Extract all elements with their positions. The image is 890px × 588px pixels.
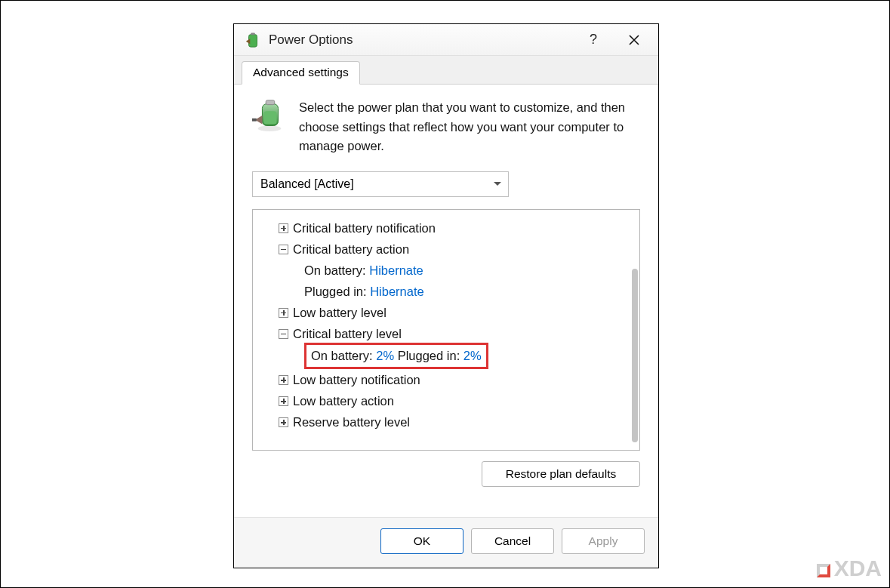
scrollbar-thumb[interactable] [632,269,638,442]
apply-button: Apply [562,528,645,554]
tree-node-critical-battery-notification[interactable]: Critical battery notification [279,217,636,239]
dialog-body: Select the power plan that you want to c… [234,85,658,517]
window-title: Power Options [269,32,569,48]
titlebar: Power Options ? [234,24,658,56]
plan-select-wrap: Balanced [Active] [252,171,509,197]
setting-plugged-in[interactable]: Plugged in2% [398,349,482,362]
xda-logo-icon [817,564,830,577]
svg-rect-1 [251,32,255,35]
help-button[interactable]: ? [577,26,610,54]
close-icon [629,35,639,45]
expand-icon[interactable] [279,396,288,406]
ok-button[interactable]: OK [380,528,463,554]
highlighted-settings: On battery2% Plugged in2% [304,343,488,369]
battery-plug-icon [252,98,287,156]
dialog-footer: OK Cancel Apply [234,517,658,568]
collapse-icon[interactable] [279,329,288,339]
intro-text: Select the power plan that you want to c… [299,98,640,156]
tree-node-reserve-battery-level[interactable]: Reserve battery level [279,411,636,433]
cancel-button[interactable]: Cancel [471,528,554,554]
battery-icon [245,32,261,48]
tree-node-low-battery-level[interactable]: Low battery level [279,302,636,323]
tree-children: On batteryHibernate Plugged inHibernate [279,260,636,302]
tab-advanced-settings[interactable]: Advanced settings [242,61,360,85]
svg-point-2 [258,125,282,131]
expand-icon[interactable] [279,417,288,427]
tree-children-highlighted: On battery2% Plugged in2% [279,344,636,369]
power-options-dialog: Power Options ? Advanced settings [233,23,659,568]
expand-icon[interactable] [279,375,288,385]
setting-plugged-in[interactable]: Plugged inHibernate [304,285,424,298]
setting-on-battery[interactable]: On battery2% [311,349,398,362]
collapse-icon[interactable] [279,245,288,254]
setting-on-battery[interactable]: On batteryHibernate [304,263,423,277]
settings-tree[interactable]: Critical battery notification Critical b… [252,209,640,451]
restore-row: Restore plan defaults [252,451,640,497]
power-plan-select[interactable]: Balanced [Active] [252,171,509,197]
restore-plan-defaults-button[interactable]: Restore plan defaults [482,461,640,487]
svg-rect-4 [266,100,275,105]
tree-node-low-battery-notification[interactable]: Low battery notification [279,369,636,390]
expand-icon[interactable] [279,308,288,318]
expand-icon[interactable] [279,223,288,233]
svg-rect-6 [252,119,257,122]
svg-rect-5 [263,111,276,124]
close-button[interactable] [617,26,651,54]
tab-strip: Advanced settings [234,56,658,85]
tree-node-critical-battery-action[interactable]: Critical battery action [279,239,636,260]
tree-node-low-battery-action[interactable]: Low battery action [279,390,636,411]
intro-row: Select the power plan that you want to c… [252,98,640,156]
tree-node-critical-battery-level[interactable]: Critical battery level [279,323,636,344]
xda-watermark: XDA [817,556,882,581]
